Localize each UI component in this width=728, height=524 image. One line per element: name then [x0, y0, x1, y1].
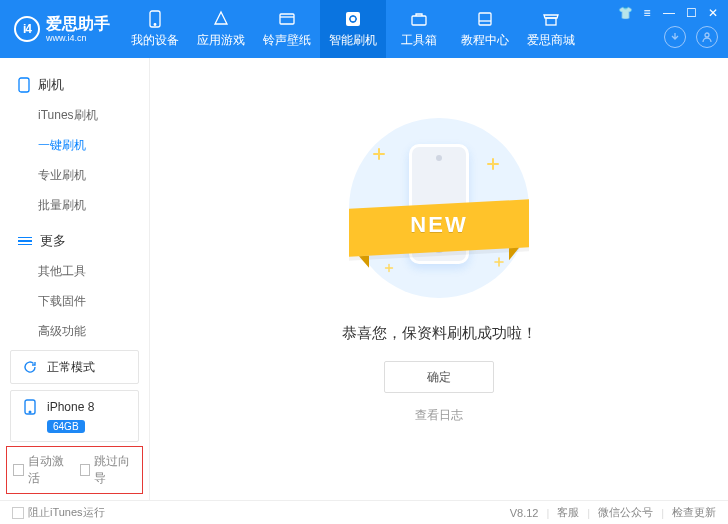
block-itunes-checkbox[interactable]: 阻止iTunes运行: [12, 505, 105, 520]
tab-label: 我的设备: [131, 32, 179, 49]
tab-flash[interactable]: 智能刷机: [320, 0, 386, 58]
app-subtitle: www.i4.cn: [46, 34, 110, 43]
tab-label: 爱思商城: [527, 32, 575, 49]
auto-activate-checkbox[interactable]: 自动激活: [13, 453, 70, 487]
sidebar-item-itunes-flash[interactable]: iTunes刷机: [38, 100, 149, 130]
sidebar-item-other-tools[interactable]: 其他工具: [38, 256, 149, 286]
phone-icon: [21, 398, 39, 416]
svg-rect-4: [412, 16, 426, 25]
music-icon: [278, 10, 296, 28]
sidebar-item-download-firmware[interactable]: 下载固件: [38, 286, 149, 316]
status-bar: 阻止iTunes运行 V8.12 | 客服 | 微信公众号 | 检查更新: [0, 500, 728, 524]
app-title: 爱思助手: [46, 16, 110, 32]
sidebar-item-pro-flash[interactable]: 专业刷机: [38, 160, 149, 190]
app-logo: i4 爱思助手 www.i4.cn: [0, 16, 122, 43]
tab-toolbox[interactable]: 工具箱: [386, 0, 452, 58]
tab-tutorials[interactable]: 教程中心: [452, 0, 518, 58]
svg-rect-3: [346, 12, 360, 26]
sidebar: 刷机 iTunes刷机 一键刷机 专业刷机 批量刷机 更多 其他工具 下载固件 …: [0, 58, 150, 500]
toolbox-icon: [410, 10, 428, 28]
checkbox-label: 跳过向导: [94, 453, 136, 487]
sidebar-group-title: 更多: [40, 232, 66, 250]
sidebar-group-more[interactable]: 更多: [0, 226, 149, 256]
skin-icon[interactable]: 👕: [614, 4, 636, 22]
tab-label: 铃声壁纸: [263, 32, 311, 49]
logo-icon: i4: [14, 16, 40, 42]
main-pane: NEW 恭喜您，保资料刷机成功啦！ 确定 查看日志: [150, 58, 728, 500]
header-right-icons: [664, 26, 718, 48]
window-controls: 👕 ≡ — ☐ ✕: [614, 4, 724, 22]
maximize-button[interactable]: ☐: [680, 4, 702, 22]
svg-point-7: [705, 33, 709, 37]
device-mode-label: 正常模式: [47, 359, 95, 376]
sidebar-item-one-click-flash[interactable]: 一键刷机: [38, 130, 149, 160]
book-icon: [476, 10, 494, 28]
svg-rect-2: [280, 14, 294, 24]
tab-apps[interactable]: 应用游戏: [188, 0, 254, 58]
sidebar-group-flash[interactable]: 刷机: [0, 70, 149, 100]
shop-icon: [542, 10, 560, 28]
device-icon: [146, 10, 164, 28]
tab-label: 智能刷机: [329, 32, 377, 49]
sparkle-icon: [373, 148, 385, 160]
support-link[interactable]: 客服: [557, 505, 579, 520]
skip-wizard-checkbox[interactable]: 跳过向导: [80, 453, 137, 487]
checkbox-icon: [13, 464, 24, 476]
sidebar-checkbox-row: 自动激活 跳过向导: [6, 446, 143, 494]
svg-rect-8: [19, 78, 29, 92]
sidebar-group-title: 刷机: [38, 76, 64, 94]
svg-point-10: [29, 411, 31, 413]
tab-my-device[interactable]: 我的设备: [122, 0, 188, 58]
checkbox-label: 阻止iTunes运行: [28, 505, 105, 520]
checkbox-icon: [12, 507, 24, 519]
version-label: V8.12: [510, 507, 539, 519]
flash-icon: [344, 10, 362, 28]
minimize-button[interactable]: —: [658, 4, 680, 22]
checkbox-icon: [80, 464, 91, 476]
sparkle-icon: [385, 264, 393, 272]
phone-outline-icon: [18, 77, 30, 93]
download-icon[interactable]: [664, 26, 686, 48]
wechat-link[interactable]: 微信公众号: [598, 505, 653, 520]
success-message: 恭喜您，保资料刷机成功啦！: [150, 324, 728, 343]
storage-badge: 64GB: [47, 420, 85, 433]
device-name: iPhone 8: [47, 400, 94, 414]
tab-label: 工具箱: [401, 32, 437, 49]
close-button[interactable]: ✕: [702, 4, 724, 22]
tab-ringtones[interactable]: 铃声壁纸: [254, 0, 320, 58]
sidebar-item-batch-flash[interactable]: 批量刷机: [38, 190, 149, 220]
svg-point-1: [154, 23, 156, 25]
hamburger-icon: [18, 237, 32, 246]
view-log-link[interactable]: 查看日志: [150, 407, 728, 424]
sidebar-item-advanced[interactable]: 高级功能: [38, 316, 149, 346]
device-mode-row[interactable]: 正常模式: [10, 350, 139, 384]
sparkle-icon: [487, 158, 499, 170]
tab-label: 教程中心: [461, 32, 509, 49]
menu-icon[interactable]: ≡: [636, 4, 658, 22]
svg-rect-6: [546, 18, 556, 25]
check-update-link[interactable]: 检查更新: [672, 505, 716, 520]
svg-rect-5: [479, 13, 491, 25]
success-illustration: NEW: [349, 118, 529, 298]
apps-icon: [212, 10, 230, 28]
device-info-row[interactable]: iPhone 8 64GB: [10, 390, 139, 442]
header-tabs: 我的设备 应用游戏 铃声壁纸 智能刷机 工具箱 教程中心 爱思商城: [122, 0, 584, 58]
confirm-button[interactable]: 确定: [384, 361, 494, 393]
new-banner-text: NEW: [349, 212, 529, 238]
tab-shop[interactable]: 爱思商城: [518, 0, 584, 58]
app-header: i4 爱思助手 www.i4.cn 我的设备 应用游戏 铃声壁纸 智能刷机 工具…: [0, 0, 728, 58]
user-icon[interactable]: [696, 26, 718, 48]
checkbox-label: 自动激活: [28, 453, 70, 487]
sparkle-icon: [494, 257, 504, 267]
refresh-icon: [21, 358, 39, 376]
tab-label: 应用游戏: [197, 32, 245, 49]
